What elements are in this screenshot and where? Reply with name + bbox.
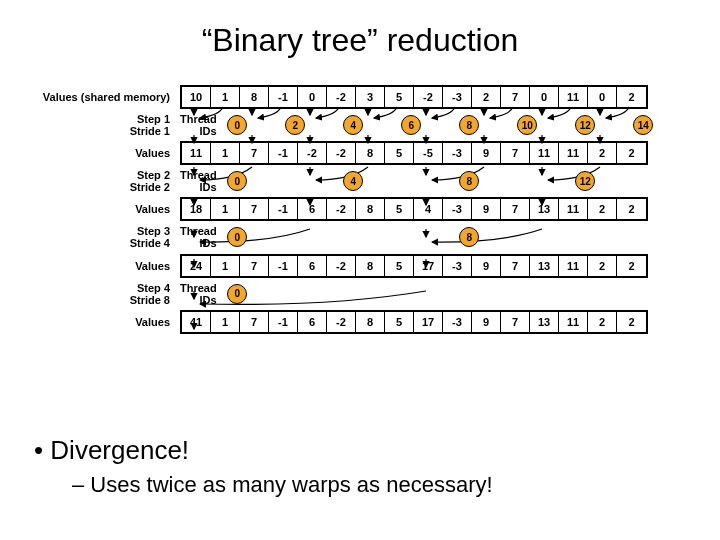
tid-slot: 14 <box>629 113 658 137</box>
thread-id-circle: 2 <box>285 115 305 135</box>
value-cell: 5 <box>385 312 414 332</box>
tid-slot <box>252 225 281 249</box>
tid-slot <box>397 282 426 306</box>
value-cell: 2 <box>588 143 617 163</box>
value-cell: 2 <box>617 87 646 107</box>
tids-row-3: 08 <box>223 225 687 249</box>
value-cell: 17 <box>414 312 443 332</box>
tid-slot <box>571 282 600 306</box>
value-cell: 13 <box>530 256 559 276</box>
value-cell: -2 <box>414 87 443 107</box>
value-cell: 9 <box>472 256 501 276</box>
value-cell: 8 <box>356 143 385 163</box>
tid-slot <box>542 169 571 193</box>
value-cell: 7 <box>240 312 269 332</box>
value-cell: 1 <box>211 256 240 276</box>
tid-slot <box>426 282 455 306</box>
value-cell: 5 <box>385 199 414 219</box>
value-cell: 6 <box>298 199 327 219</box>
tid-slot <box>368 225 397 249</box>
tids-row-4: 0 <box>223 282 687 306</box>
thread-id-circle: 0 <box>227 284 247 304</box>
label-tids-3: Thread IDs <box>180 225 223 249</box>
tid-slot: 8 <box>455 225 484 249</box>
value-cell: -2 <box>298 143 327 163</box>
value-cell: -2 <box>327 312 356 332</box>
tid-slot <box>397 225 426 249</box>
thread-id-circle: 4 <box>343 171 363 191</box>
value-cell: 8 <box>356 199 385 219</box>
value-cell: 2 <box>588 256 617 276</box>
tid-slot <box>513 225 542 249</box>
value-cell: 1 <box>211 312 240 332</box>
value-cell: 6 <box>298 312 327 332</box>
value-cell: 13 <box>530 312 559 332</box>
value-cell: 2 <box>588 312 617 332</box>
tid-slot <box>426 225 455 249</box>
values-row-0: 1018-10-235-2-32701102 <box>180 85 648 109</box>
value-cell: 13 <box>530 199 559 219</box>
tid-slot <box>600 169 629 193</box>
tid-slot <box>600 225 629 249</box>
tid-slot <box>426 169 455 193</box>
thread-id-circle: 4 <box>343 115 363 135</box>
value-cell: 11 <box>559 199 588 219</box>
value-cell: 7 <box>240 143 269 163</box>
tid-slot <box>281 282 310 306</box>
tid-slot <box>397 169 426 193</box>
value-cell: -3 <box>443 143 472 163</box>
label-values-4: Values <box>30 316 180 328</box>
tid-slot <box>600 282 629 306</box>
value-cell: -1 <box>269 312 298 332</box>
thread-id-circle: 8 <box>459 171 479 191</box>
thread-id-circle: 8 <box>459 227 479 247</box>
tid-slot <box>484 169 513 193</box>
value-cell: 11 <box>559 87 588 107</box>
thread-id-circle: 12 <box>575 115 595 135</box>
tid-slot <box>310 282 339 306</box>
value-cell: 7 <box>240 199 269 219</box>
label-tids-1: Thread IDs <box>180 113 223 137</box>
value-cell: 41 <box>182 312 211 332</box>
tids-row-1: 02468101214 <box>223 113 687 137</box>
values-row-3: 2417-16-28517-397131122 <box>180 254 648 278</box>
tid-slot <box>339 225 368 249</box>
label-step4: Step 4 Stride 8 <box>30 282 180 306</box>
value-cell: 11 <box>559 312 588 332</box>
label-step2: Step 2 Stride 2 <box>30 169 180 193</box>
value-cell: 11 <box>530 143 559 163</box>
tid-slot <box>484 113 513 137</box>
value-cell: -2 <box>327 199 356 219</box>
value-cell: -3 <box>443 256 472 276</box>
tid-slot <box>600 113 629 137</box>
tid-slot <box>513 282 542 306</box>
label-values-3: Values <box>30 260 180 272</box>
tid-slot <box>484 282 513 306</box>
thread-id-circle: 12 <box>575 171 595 191</box>
tid-slot <box>281 169 310 193</box>
value-cell: 5 <box>385 87 414 107</box>
value-cell: -2 <box>327 143 356 163</box>
page-title: “Binary tree” reduction <box>0 0 720 59</box>
value-cell: 8 <box>356 256 385 276</box>
tid-slot <box>542 113 571 137</box>
tid-slot: 12 <box>571 169 600 193</box>
tid-slot <box>513 169 542 193</box>
value-cell: 7 <box>240 256 269 276</box>
tid-slot <box>542 282 571 306</box>
value-cell: 0 <box>298 87 327 107</box>
value-cell: 0 <box>588 87 617 107</box>
label-values-1: Values <box>30 147 180 159</box>
reduction-diagram: Values (shared memory) 1018-10-235-2-327… <box>30 85 690 334</box>
tid-slot <box>629 282 658 306</box>
tid-slot <box>252 282 281 306</box>
value-cell: 2 <box>472 87 501 107</box>
value-cell: 8 <box>240 87 269 107</box>
value-cell: 9 <box>472 312 501 332</box>
tid-slot: 0 <box>223 225 252 249</box>
value-cell: -1 <box>269 256 298 276</box>
value-cell: 2 <box>617 143 646 163</box>
thread-id-circle: 0 <box>227 171 247 191</box>
value-cell: 7 <box>501 256 530 276</box>
value-cell: 2 <box>617 256 646 276</box>
